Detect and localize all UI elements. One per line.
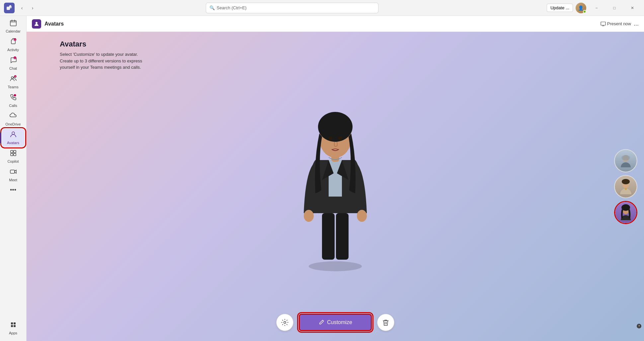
svg-rect-19 [11,322,13,324]
app-title: Avatars [44,21,64,27]
update-button[interactable]: Update ... [547,4,573,12]
copilot-label: Copilot [7,159,19,163]
page-title: Avatars [60,40,142,48]
svg-point-13 [12,132,15,134]
chat-icon: 4 [10,56,17,65]
svg-point-32 [318,112,353,142]
avatar-thumb-2-inner [615,176,637,198]
settings-icon [281,318,289,326]
svg-rect-16 [11,153,13,156]
svg-point-28 [304,210,314,222]
sidebar-item-avatars[interactable]: Avatars [2,129,25,147]
calendar-label: Calendar [6,29,21,33]
svg-point-29 [357,210,367,222]
svg-rect-26 [322,213,335,260]
calls-label: Calls [9,104,17,108]
present-now-button[interactable]: Present now [601,21,631,27]
avatar-display [27,32,644,341]
svg-rect-17 [14,153,16,156]
page-header: Avatars Select 'Customize' to update you… [60,40,142,71]
app-bar-right: Present now ... [601,20,639,27]
search-icon: 🔍 [209,5,215,10]
app-more-button[interactable]: ... [634,20,639,27]
thumb-2-avatar [617,178,634,195]
sidebar-item-copilot[interactable]: Copilot [2,147,25,165]
meet-label: Meet [9,178,17,182]
svg-rect-21 [11,325,13,327]
svg-point-23 [36,22,38,24]
svg-rect-20 [14,322,16,324]
active-indicator [0,132,1,143]
forward-button[interactable]: › [28,3,37,13]
avatar-svg [282,94,388,280]
avatars-icon [10,131,17,140]
svg-rect-37 [621,155,630,160]
onedrive-icon [10,112,17,121]
onedrive-label: OneDrive [5,122,21,126]
search-placeholder: Search (Ctrl+E) [217,5,247,10]
svg-point-8 [11,77,13,79]
svg-text:2: 2 [15,76,16,78]
svg-text:2: 2 [14,39,15,41]
settings-badge: ? [637,324,641,328]
avatar-thumb-1-inner [615,150,637,172]
customize-label: Customize [327,319,352,325]
search-bar[interactable]: 🔍 Search (Ctrl+E) [206,3,378,13]
close-button[interactable]: ✕ [625,3,640,13]
activity-icon: 2 [10,38,17,47]
thumb-3-avatar [617,204,634,221]
back-button[interactable]: ‹ [17,3,27,13]
calendar-icon [10,19,17,28]
apps-icon [10,321,17,330]
sidebar-item-apps[interactable]: Apps [2,319,25,337]
chat-label: Chat [9,66,17,70]
avatar-thumb-2[interactable] [614,175,637,198]
svg-point-25 [309,261,362,271]
sidebar-item-teams[interactable]: 2 Teams [2,73,25,91]
status-indicator [583,10,586,13]
svg-rect-18 [10,170,15,173]
teams-nav-icon: 2 [10,75,17,84]
sidebar-item-calendar[interactable]: Calendar [2,17,25,35]
page-description: Select 'Customize' to update your avatar… [60,51,142,71]
svg-rect-14 [11,150,13,153]
svg-rect-3 [10,21,16,26]
ellipsis-icon: ... [566,5,569,10]
svg-point-39 [622,179,630,184]
sidebar-item-chat[interactable]: 4 Chat [2,54,25,72]
sidebar-item-meet[interactable]: Meet [2,166,25,184]
activity-label: Activity [7,48,19,52]
svg-text:4: 4 [14,57,15,59]
teams-logo [4,3,15,13]
apps-label: Apps [9,331,17,335]
sidebar: Calendar 2 Activity 4 Chat 2 Teams Calls… [0,16,27,341]
teams-label: Teams [8,85,18,89]
svg-point-2 [10,5,11,7]
svg-rect-15 [14,150,16,153]
settings-button[interactable]: ? [276,314,293,331]
customize-button[interactable]: Customize [299,314,372,331]
svg-point-35 [284,321,286,323]
title-bar-left: ‹ › [4,3,37,13]
sidebar-item-onedrive[interactable]: OneDrive [2,110,25,128]
delete-button[interactable] [377,314,394,331]
sidebar-item-activity[interactable]: 2 Activity [2,36,25,54]
svg-rect-24 [601,22,605,25]
thumb-1-avatar [617,152,634,169]
avatar-thumb-1[interactable] [614,149,637,172]
bottom-controls: ? Customize [27,314,644,331]
minimize-button[interactable]: − [589,3,604,13]
avatar-thumb-3[interactable] [614,201,637,224]
svg-point-34 [338,136,342,140]
avatar-thumb-3-inner [615,202,636,223]
copilot-icon [10,149,17,158]
sidebar-item-calls[interactable]: Calls [2,92,25,110]
calls-icon [10,94,17,103]
more-dots-icon: ••• [10,187,16,194]
sidebar-more-button[interactable]: ••• [2,185,25,196]
svg-point-12 [14,94,16,97]
maximize-button[interactable]: □ [607,3,622,13]
pencil-icon [318,319,324,325]
user-avatar[interactable]: 👤 [576,3,586,13]
avatar-thumbnails [614,149,637,224]
